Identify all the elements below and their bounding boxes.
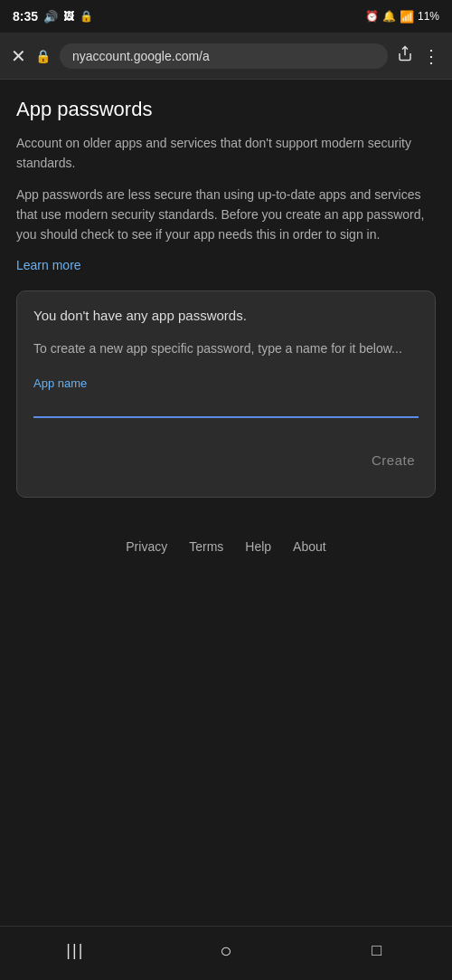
recents-button[interactable]: □	[350, 933, 404, 969]
main-content: App passwords Account on older apps and …	[0, 80, 452, 926]
time-display: 8:35	[13, 9, 38, 24]
footer-about-link[interactable]: About	[293, 539, 326, 554]
footer-privacy-link[interactable]: Privacy	[126, 539, 167, 554]
image-icon: 🖼	[63, 10, 74, 23]
app-passwords-card: You don't have any app passwords. To cre…	[16, 290, 436, 498]
battery-text: 11%	[418, 10, 439, 23]
lock-icon: 🔒	[35, 49, 51, 63]
share-icon[interactable]	[397, 45, 413, 66]
lock-status-icon: 🔒	[80, 10, 93, 23]
browser-menu-button[interactable]: ⋮	[422, 45, 441, 67]
status-bar: 8:35 🔊 🖼 🔒 ⏰ 🔔 📶 11%	[0, 0, 452, 33]
alarm-icon: ⏰	[365, 10, 379, 23]
footer-links: Privacy Terms Help About	[16, 525, 436, 572]
footer-help-link[interactable]: Help	[245, 539, 271, 554]
learn-more-link[interactable]: Learn more	[16, 258, 81, 272]
status-left: 8:35 🔊 🖼 🔒	[13, 9, 93, 24]
create-button[interactable]: Create	[368, 445, 419, 475]
back-button[interactable]: |||	[48, 933, 102, 969]
instruction-text: To create a new app specific password, t…	[33, 339, 419, 358]
status-right: ⏰ 🔔 📶 11%	[365, 10, 439, 24]
app-name-label: App name	[33, 376, 419, 390]
close-tab-button[interactable]: ✕	[11, 45, 26, 67]
volume-icon: 🔔	[382, 10, 396, 23]
wifi-icon: 📶	[400, 10, 414, 24]
browser-bar: ✕ 🔒 nyaccount.google.com/a ⋮	[0, 33, 452, 80]
home-button[interactable]: ○	[199, 933, 253, 969]
nav-bar: ||| ○ □	[0, 926, 452, 980]
card-actions: Create	[33, 445, 419, 475]
app-name-input[interactable]	[33, 394, 419, 418]
signal-icon: 🔊	[43, 10, 58, 24]
page-title: App passwords	[16, 98, 436, 121]
description-text-2: App passwords are less secure than using…	[16, 186, 436, 244]
footer-terms-link[interactable]: Terms	[189, 539, 223, 554]
app-name-input-group: App name	[33, 376, 419, 418]
description-text-1: Account on older apps and services that …	[16, 134, 436, 173]
url-bar[interactable]: nyaccount.google.com/a	[60, 43, 388, 69]
no-passwords-text: You don't have any app passwords.	[33, 308, 419, 323]
